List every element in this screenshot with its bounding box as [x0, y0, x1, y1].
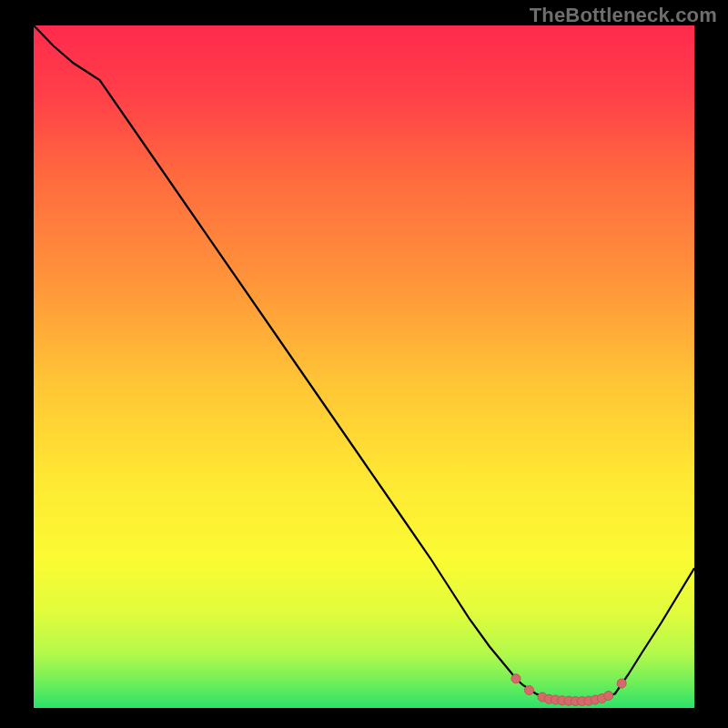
marker-dot [511, 674, 521, 683]
watermark-text: TheBottleneck.com [530, 4, 717, 27]
marker-dot [604, 692, 613, 701]
chart-plot [34, 25, 694, 708]
marker-dot [617, 679, 626, 688]
marker-dot [525, 686, 534, 695]
chart-frame: TheBottleneck.com [0, 0, 728, 728]
